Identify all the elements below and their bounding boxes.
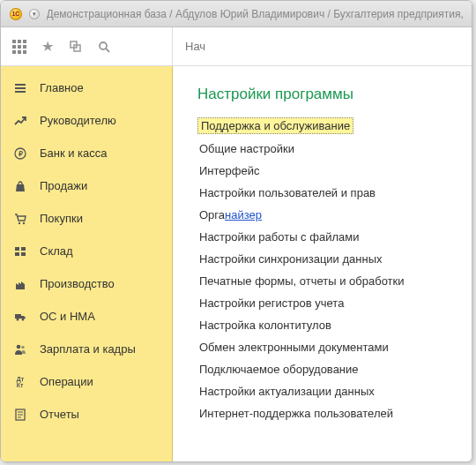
- link-print-forms[interactable]: Печатные формы, отчеты и обработки: [197, 274, 406, 289]
- svg-rect-12: [21, 247, 26, 251]
- link-data-update[interactable]: Настройки актуализации данных: [197, 384, 376, 399]
- svg-rect-11: [15, 247, 19, 251]
- svg-point-18: [17, 344, 21, 349]
- cart-icon: [13, 212, 27, 226]
- settings-links: Поддержка и обслуживание Общие настройки…: [197, 117, 472, 421]
- sidebar-item-label: Зарплата и кадры: [40, 342, 136, 356]
- sidebar-item-label: Главное: [40, 81, 84, 94]
- svg-rect-13: [15, 252, 19, 256]
- link-interface[interactable]: Интерфейс: [197, 163, 261, 178]
- factory-icon: [13, 277, 27, 291]
- bag-icon: [13, 179, 27, 193]
- sidebar-item-label: Производство: [40, 277, 115, 290]
- sidebar-item-sales[interactable]: Продажи: [1, 169, 172, 202]
- sidebar-item-salary[interactable]: Зарплата и кадры: [1, 333, 172, 365]
- link-users-rights[interactable]: Настройки пользователей и прав: [197, 185, 377, 200]
- truck-icon: [13, 310, 27, 324]
- svg-line-3: [106, 49, 109, 52]
- sidebar-item-label: Операции: [40, 375, 93, 388]
- toolbar-right: Нач: [173, 27, 472, 65]
- svg-point-9: [19, 221, 20, 223]
- sidebar-item-label: ОС и НМА: [40, 310, 95, 323]
- link-sync[interactable]: Настройки синхронизации данных: [197, 251, 384, 266]
- titlebar: 1С ▾ Демонстрационная база / Абдулов Юри…: [1, 1, 472, 27]
- sidebar-item-label: Покупки: [40, 212, 83, 225]
- tab-home[interactable]: Нач: [185, 40, 205, 53]
- search-icon[interactable]: [96, 39, 112, 55]
- sidebar-item-label: Склад: [40, 244, 73, 258]
- sidebar-item-purchases[interactable]: Покупки: [1, 202, 172, 235]
- link-headers-footers[interactable]: Настройка колонтитулов: [197, 318, 333, 333]
- svg-point-10: [23, 221, 25, 223]
- sidebar-item-production[interactable]: Производство: [1, 267, 172, 300]
- ruble-icon: ₽: [13, 146, 27, 161]
- link-general[interactable]: Общие настройки: [197, 141, 296, 156]
- sidebar-item-label: Продажи: [40, 179, 87, 192]
- svg-point-2: [100, 42, 107, 49]
- titlebar-dropdown-icon[interactable]: ▾: [29, 9, 40, 19]
- sidebar-item-warehouse[interactable]: Склад: [1, 235, 172, 267]
- main-panel: Настройки программы Поддержка и обслужив…: [173, 66, 472, 461]
- sidebar: Главное Руководителю ₽ Банк и касса Прод…: [1, 66, 173, 461]
- sidebar-item-reports[interactable]: Отчеты: [1, 398, 172, 431]
- boxes-icon: [13, 244, 27, 259]
- svg-point-19: [21, 345, 24, 348]
- sidebar-item-bank[interactable]: ₽ Банк и касса: [1, 137, 172, 169]
- svg-point-16: [17, 318, 19, 320]
- sidebar-item-label: Руководителю: [40, 114, 116, 127]
- history-icon[interactable]: [68, 39, 84, 55]
- sidebar-item-main[interactable]: Главное: [1, 71, 172, 104]
- link-internet-support[interactable]: Интернет-поддержка пользователей: [197, 406, 395, 421]
- svg-point-17: [22, 318, 25, 320]
- favorites-star-icon[interactable]: ★: [40, 39, 56, 55]
- link-organizer[interactable]: Органайзер: [197, 207, 264, 222]
- svg-rect-14: [21, 252, 26, 256]
- sidebar-item-label: Банк и касса: [40, 146, 108, 160]
- link-edoc-exchange[interactable]: Обмен электронными документами: [197, 340, 390, 355]
- link-support[interactable]: Поддержка и обслуживание: [197, 117, 353, 134]
- sidebar-item-label: Отчеты: [40, 408, 79, 421]
- content: Главное Руководителю ₽ Банк и касса Прод…: [1, 66, 472, 461]
- app-logo-icon: 1С: [10, 8, 22, 20]
- link-files[interactable]: Настройки работы с файлами: [197, 229, 361, 244]
- sidebar-item-assets[interactable]: ОС и НМА: [1, 300, 172, 333]
- app-window: 1С ▾ Демонстрационная база / Абдулов Юри…: [0, 0, 472, 462]
- svg-text:₽: ₽: [19, 150, 23, 158]
- chart-icon: [13, 114, 27, 128]
- link-peripherals[interactable]: Подключаемое оборудование: [197, 362, 361, 377]
- toolbar-left: ★: [1, 27, 173, 65]
- link-registers[interactable]: Настройки регистров учета: [197, 296, 346, 311]
- sidebar-item-operations[interactable]: ДтКт Операции: [1, 365, 172, 398]
- people-icon: [13, 342, 27, 356]
- sidebar-item-manager[interactable]: Руководителю: [1, 104, 172, 137]
- menu-icon: [13, 81, 27, 95]
- dtkt-icon: ДтКт: [13, 375, 27, 389]
- svg-rect-15: [15, 314, 21, 319]
- report-icon: [13, 408, 27, 422]
- window-title: Демонстрационная база / Абдулов Юрий Вла…: [47, 8, 464, 20]
- toolbar: ★ Нач: [1, 27, 472, 66]
- apps-grid-icon[interactable]: [11, 39, 27, 55]
- page-title: Настройки программы: [197, 86, 472, 103]
